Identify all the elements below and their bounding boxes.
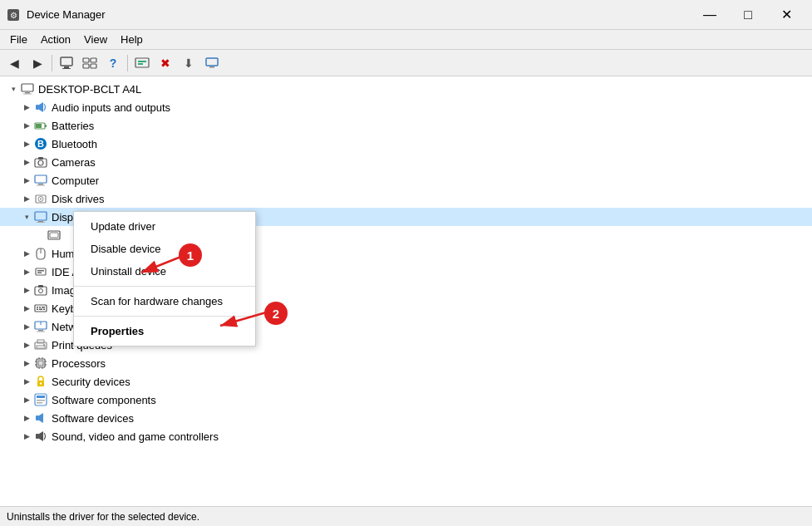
svg-rect-46	[35, 305, 47, 312]
help-button[interactable]: ?	[102, 52, 124, 74]
uninstall-button[interactable]: ✖	[155, 52, 176, 74]
print-expander[interactable]: ▶	[20, 338, 33, 351]
menu-help[interactable]: Help	[114, 32, 150, 47]
root-label: DESKTOP-BCLT A4L	[38, 83, 141, 96]
security-expander[interactable]: ▶	[20, 375, 33, 388]
computer-label: Computer	[52, 175, 99, 187]
audio-expander[interactable]: ▶	[20, 101, 33, 114]
imaging-expander[interactable]: ▶	[20, 283, 33, 297]
processors-expander[interactable]: ▶	[20, 356, 33, 370]
tree-item-cameras[interactable]: ▶ Cameras	[0, 153, 812, 171]
tree-item-softdev[interactable]: ▶ Software devices	[0, 409, 812, 427]
bluetooth-icon: B	[33, 136, 48, 151]
scan-hardware-button[interactable]	[201, 52, 223, 74]
svg-rect-43	[35, 287, 47, 295]
svg-rect-5	[83, 58, 89, 62]
root-icon	[20, 81, 35, 96]
menu-view[interactable]: View	[77, 32, 114, 47]
security-label: Security devices	[52, 376, 130, 388]
close-button[interactable]: ✕	[767, 0, 805, 30]
tree-item-batteries[interactable]: ▶ Batteries	[0, 116, 812, 135]
scan-button[interactable]: ⬇	[178, 52, 199, 74]
menu-action[interactable]: Action	[34, 32, 77, 47]
bluetooth-label: Bluetooth	[52, 138, 97, 150]
tree-item-softcomp[interactable]: ▶ Software components	[0, 391, 812, 409]
context-scan-hardware[interactable]: Scan for hardware changes	[74, 290, 255, 312]
computer-expander[interactable]: ▶	[20, 174, 33, 187]
back-button[interactable]: ◀	[3, 52, 25, 74]
svg-point-25	[38, 160, 43, 165]
gpu-expander	[33, 229, 47, 242]
cameras-expander[interactable]: ▶	[20, 155, 33, 169]
svg-rect-42	[37, 273, 42, 274]
bluetooth-expander[interactable]: ▶	[20, 137, 33, 150]
context-disable-device[interactable]: Disable device	[74, 238, 255, 260]
tree-item-bluetooth[interactable]: ▶ B Bluetooth	[0, 135, 812, 153]
svg-rect-51	[39, 309, 42, 311]
ide-icon	[33, 264, 48, 279]
context-separator-2	[74, 316, 255, 317]
root-expander[interactable]: ▾	[7, 82, 20, 96]
svg-rect-40	[36, 268, 46, 275]
show-hidden-button[interactable]	[79, 52, 101, 74]
context-separator-1	[74, 286, 255, 287]
svg-rect-35	[37, 222, 45, 223]
cameras-label: Cameras	[52, 156, 96, 169]
svg-text:⚙: ⚙	[10, 11, 17, 20]
context-uninstall-device[interactable]: Uninstall device	[74, 260, 255, 283]
window-controls: — □ ✕	[691, 0, 805, 30]
context-update-driver[interactable]: Update driver	[74, 215, 255, 238]
softcomp-icon	[33, 392, 48, 407]
svg-rect-26	[38, 157, 43, 160]
network-expander[interactable]: ▶	[20, 320, 33, 333]
batteries-expander[interactable]: ▶	[20, 119, 33, 132]
svg-rect-7	[91, 58, 96, 62]
ide-expander[interactable]: ▶	[20, 265, 33, 278]
svg-rect-78	[36, 415, 39, 420]
svg-point-73	[40, 382, 42, 384]
imaging-icon	[33, 283, 48, 297]
update-driver-button[interactable]	[131, 52, 153, 74]
computer-icon-button[interactable]	[56, 52, 77, 74]
keyboards-expander[interactable]: ▶	[20, 302, 33, 315]
tree-item-security[interactable]: ▶ Security devices	[0, 372, 812, 391]
softdev-label: Software devices	[52, 412, 134, 425]
tree-root[interactable]: ▾ DESKTOP-BCLT A4L	[0, 80, 812, 98]
svg-rect-55	[38, 330, 43, 332]
minimize-button[interactable]: —	[691, 0, 729, 30]
audio-label: Audio inputs and outputs	[52, 101, 170, 114]
sound-label: Sound, video and game controllers	[52, 430, 219, 443]
status-bar: Uninstalls the driver for the selected d…	[0, 506, 812, 526]
hid-expander[interactable]: ▶	[20, 247, 33, 260]
context-properties[interactable]: Properties	[74, 320, 255, 342]
svg-rect-2	[61, 57, 72, 66]
svg-rect-27	[35, 175, 47, 183]
keyboards-icon	[33, 301, 48, 316]
svg-rect-37	[50, 233, 58, 238]
tree-area[interactable]: ▾ DESKTOP-BCLT A4L ▶ Audio inputs and ou…	[0, 76, 812, 506]
tree-item-computer[interactable]: ▶ Computer	[0, 171, 812, 189]
svg-rect-6	[83, 64, 89, 68]
tree-item-disk[interactable]: ▶ Disk drives	[0, 189, 812, 208]
tree-item-sound[interactable]: ▶ Sound, video and game controllers	[0, 427, 812, 445]
svg-rect-80	[36, 434, 39, 439]
forward-button[interactable]: ▶	[27, 52, 48, 74]
sound-expander[interactable]: ▶	[20, 430, 33, 443]
svg-rect-75	[37, 396, 45, 398]
softdev-expander[interactable]: ▶	[20, 411, 33, 425]
svg-rect-41	[37, 270, 44, 272]
softcomp-label: Software components	[52, 394, 156, 406]
menu-file[interactable]: File	[3, 32, 34, 47]
disk-icon	[33, 191, 48, 206]
app-icon: ⚙	[7, 8, 20, 22]
svg-rect-20	[45, 125, 47, 127]
disk-expander[interactable]: ▶	[20, 192, 33, 205]
display-expander[interactable]: ▾	[20, 210, 33, 224]
svg-rect-76	[37, 400, 45, 401]
tree-item-audio[interactable]: ▶ Audio inputs and outputs	[0, 98, 812, 116]
tree-item-processors[interactable]: ▶ Processors	[0, 354, 812, 372]
svg-marker-79	[39, 413, 43, 423]
softcomp-expander[interactable]: ▶	[20, 393, 33, 406]
sound-icon	[33, 429, 48, 444]
maximize-button[interactable]: □	[729, 0, 767, 30]
